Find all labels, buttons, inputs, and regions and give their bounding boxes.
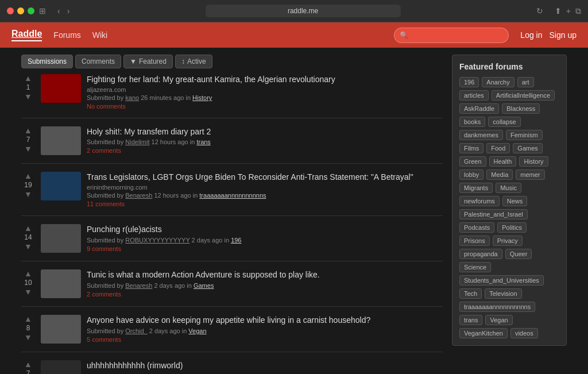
forum-tag[interactable]: 196 xyxy=(459,77,479,87)
forum-tag[interactable]: Privacy xyxy=(493,236,523,246)
post-title[interactable]: uhhhhhhhhhhhh (rimworld) xyxy=(87,360,443,371)
sidebar-toggle-button[interactable]: ⊞ xyxy=(39,6,46,16)
forum-tag[interactable]: History xyxy=(519,156,548,167)
forward-button[interactable]: › xyxy=(65,5,72,17)
upvote-button[interactable]: ▲ xyxy=(24,224,32,232)
forum-tag[interactable]: propaganda xyxy=(459,249,502,259)
downvote-button[interactable]: ▼ xyxy=(24,145,32,153)
forum-tag[interactable]: Queer xyxy=(505,249,532,259)
upvote-button[interactable]: ▲ xyxy=(24,360,32,368)
forum-tag[interactable]: Podcasts xyxy=(459,222,494,233)
downvote-button[interactable]: ▼ xyxy=(24,333,32,341)
post-title[interactable]: Holy shit!: My transfem diary part 2 xyxy=(87,126,443,137)
forum-tag[interactable]: ArtificialIntelligence xyxy=(492,90,555,101)
post-forum-link[interactable]: 196 xyxy=(231,237,241,244)
post-title[interactable]: Trans Legislators, LGBT Orgs Urge Biden … xyxy=(87,172,443,182)
upvote-button[interactable]: ▲ xyxy=(24,269,32,277)
tabs-button[interactable]: ⧉ xyxy=(575,6,581,16)
forum-tag[interactable]: Palestine_and_Israel xyxy=(459,209,528,219)
downvote-button[interactable]: ▼ xyxy=(24,288,32,296)
forum-tag[interactable]: Prisons xyxy=(459,236,490,246)
post-forum-link[interactable]: trans xyxy=(196,138,210,145)
search-input[interactable] xyxy=(394,28,509,43)
forum-tag[interactable]: Feminism xyxy=(506,130,543,140)
forum-tag[interactable]: Blackness xyxy=(502,103,540,114)
new-tab-button[interactable]: + xyxy=(566,6,571,16)
post-title[interactable]: Anyone have advice on keeping my appetit… xyxy=(87,315,443,325)
forum-tag[interactable]: memer xyxy=(516,169,544,180)
post-forum-link[interactable]: Vegan xyxy=(188,327,206,334)
forum-tag[interactable]: Films xyxy=(459,143,483,153)
forum-tag[interactable]: collapse xyxy=(488,117,520,127)
upvote-button[interactable]: ▲ xyxy=(24,74,32,82)
post-comments-link[interactable]: 9 comments xyxy=(87,245,443,252)
post-author-link[interactable]: kano xyxy=(125,94,139,101)
post-comments-link[interactable]: 5 comments xyxy=(87,336,443,343)
forum-tag[interactable]: trans xyxy=(459,315,482,325)
forum-tag[interactable]: books xyxy=(459,117,485,127)
nav-forums-link[interactable]: Forums xyxy=(53,30,80,40)
post-title-link[interactable]: Anyone have advice on keeping my appetit… xyxy=(87,315,370,325)
forum-tag[interactable]: VeganKitchen xyxy=(459,328,508,338)
signup-button[interactable]: Sign up xyxy=(550,30,577,40)
forum-tag[interactable]: Anarchy xyxy=(482,77,514,87)
forum-tag[interactable]: Migrants xyxy=(459,183,493,193)
forum-tag[interactable]: Television xyxy=(485,288,521,299)
downvote-button[interactable]: ▼ xyxy=(24,92,32,101)
forum-tag[interactable]: Music xyxy=(496,183,521,193)
forum-tag[interactable]: Media xyxy=(486,169,513,180)
post-title-link[interactable]: Holy shit!: My transfem diary part 2 xyxy=(87,127,211,136)
forum-tag[interactable]: Health xyxy=(489,156,517,167)
close-button[interactable] xyxy=(7,7,14,14)
forum-tag[interactable]: Green xyxy=(459,156,486,167)
login-button[interactable]: Log in xyxy=(520,30,542,40)
post-author-link[interactable]: Benaresh xyxy=(125,192,152,199)
forum-tag[interactable]: art xyxy=(517,77,534,87)
post-comments-link[interactable]: No comments xyxy=(87,103,443,110)
post-title[interactable]: Punching r(ule)acists xyxy=(87,224,443,234)
post-comments-link[interactable]: 2 comments xyxy=(87,147,443,154)
post-comments-link[interactable]: 2 comments xyxy=(87,291,443,298)
forum-tag[interactable]: articles xyxy=(459,90,489,101)
address-bar[interactable] xyxy=(206,5,401,17)
maximize-button[interactable] xyxy=(28,7,34,14)
forum-tag[interactable]: Science xyxy=(459,262,491,272)
back-button[interactable]: ‹ xyxy=(55,5,63,17)
filter-active[interactable]: ↕ Active xyxy=(175,55,212,68)
forum-tag[interactable]: traaaaaaannnnnnnnnns xyxy=(459,302,535,312)
filter-featured[interactable]: ▼ Featured xyxy=(123,55,173,68)
forum-tag[interactable]: Students_and_Universities xyxy=(459,275,544,286)
post-forum-link[interactable]: History xyxy=(192,94,212,101)
nav-logo[interactable]: Raddle xyxy=(11,29,42,41)
forum-tag[interactable]: videos xyxy=(510,328,538,338)
forum-tag[interactable]: Games xyxy=(513,143,542,153)
forum-tag[interactable]: lobby xyxy=(459,169,483,180)
forum-tag[interactable]: newforums xyxy=(459,196,500,206)
forum-tag[interactable]: News xyxy=(502,196,528,206)
forum-tag[interactable]: Food xyxy=(486,143,510,153)
post-title-link[interactable]: Tunic is what a modern Action Adventure … xyxy=(87,270,320,279)
downvote-button[interactable]: ▼ xyxy=(24,190,32,198)
downvote-button[interactable]: ▼ xyxy=(24,242,32,250)
upvote-button[interactable]: ▲ xyxy=(24,172,32,180)
post-comments-link[interactable]: 11 comments xyxy=(87,201,443,207)
tab-submissions[interactable]: Submissions xyxy=(21,55,73,68)
post-title-link[interactable]: Fighting for her land: My great-aunt Kam… xyxy=(87,75,335,84)
tab-comments[interactable]: Comments xyxy=(75,55,121,68)
refresh-button[interactable]: ↻ xyxy=(534,5,546,17)
nav-wiki-link[interactable]: Wiki xyxy=(92,30,107,40)
upvote-button[interactable]: ▲ xyxy=(24,315,32,323)
post-author-link[interactable]: Orchid_ xyxy=(125,327,148,334)
minimize-button[interactable] xyxy=(17,7,24,14)
post-forum-link[interactable]: traaaaaaannnnnnnnnns xyxy=(199,192,266,199)
post-title[interactable]: Tunic is what a modern Action Adventure … xyxy=(87,269,443,280)
forum-tag[interactable]: AskRaddle xyxy=(459,103,499,114)
post-title-link[interactable]: Punching r(ule)acists xyxy=(87,225,162,234)
post-author-link[interactable]: Benaresh xyxy=(125,282,152,289)
post-forum-link[interactable]: Games xyxy=(194,282,214,289)
upvote-button[interactable]: ▲ xyxy=(24,126,32,134)
post-title-link[interactable]: Trans Legislators, LGBT Orgs Urge Biden … xyxy=(87,172,413,182)
post-author-link[interactable]: ROBUXYYYYYYYYYY xyxy=(125,237,189,244)
post-author-link[interactable]: Nidelimit xyxy=(125,138,149,145)
post-title[interactable]: Fighting for her land: My great-aunt Kam… xyxy=(87,74,443,84)
